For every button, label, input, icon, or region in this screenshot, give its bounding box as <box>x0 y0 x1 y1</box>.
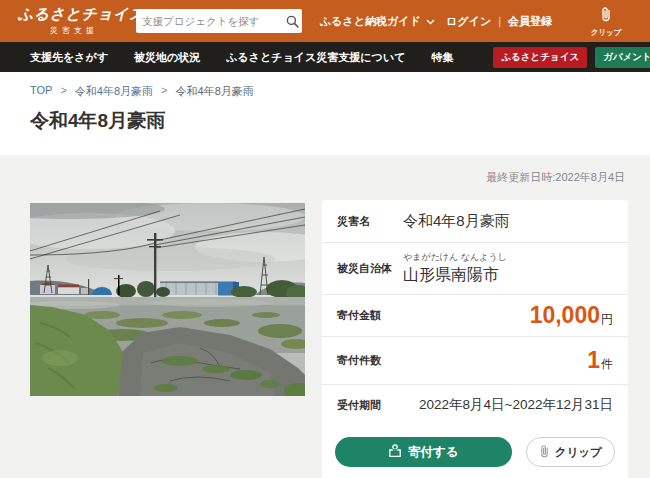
furusato-guide-link[interactable]: ふるさと納税ガイド <box>320 0 435 42</box>
donation-count-unit: 件 <box>601 357 613 371</box>
disaster-name-value: 令和4年8月豪雨 <box>403 212 510 231</box>
breadcrumb-separator: > <box>60 84 66 99</box>
search-box <box>136 9 302 33</box>
logo-title: ふるさとチョイス <box>18 5 130 24</box>
nav-item-disaster-status[interactable]: 被災地の状況 <box>134 50 200 65</box>
main-content: 最終更新日時:2022年8月4日 <box>0 155 650 478</box>
header-clip-label: クリップ <box>587 28 625 38</box>
donation-amount-value: 10,000 <box>530 302 600 328</box>
donation-amount-label: 寄付金額 <box>337 308 403 323</box>
row-donation-amount: 寄付金額 10,000円 <box>322 295 628 337</box>
donation-amount-unit: 円 <box>601 312 613 326</box>
municipality-label: 被災自治体 <box>337 261 403 276</box>
nav-item-about[interactable]: ふるさとチョイス災害支援について <box>226 50 405 65</box>
chevron-down-icon <box>426 15 435 27</box>
gcf-badge[interactable]: ガバメントクラウドファンディング® <box>595 47 650 68</box>
row-municipality: 被災自治体 やまがたけん なんようし 山形県南陽市 <box>322 243 628 295</box>
register-link[interactable]: 会員登録 <box>508 14 552 29</box>
disaster-info-card: 災害名 令和4年8月豪雨 被災自治体 やまがたけん なんようし 山形県南陽市 寄… <box>322 200 628 478</box>
nav-item-find-support[interactable]: 支援先をさがす <box>30 50 108 65</box>
row-donation-count: 寄付件数 1件 <box>322 337 628 385</box>
donate-button-label: 寄付する <box>408 444 459 461</box>
breadcrumb: TOP > 令和4年8月豪雨 > 令和4年8月豪雨 <box>30 84 254 99</box>
paperclip-icon <box>539 444 550 461</box>
municipality-value-group: やまがたけん なんようし 山形県南陽市 <box>403 251 507 286</box>
guide-link-label: ふるさと納税ガイド <box>320 14 421 29</box>
furusato-choice-badge[interactable]: ふるさとチョイス <box>493 47 587 68</box>
paperclip-icon <box>600 9 612 26</box>
nav-item-feature[interactable]: 特集 <box>431 50 453 65</box>
last-updated: 最終更新日時:2022年8月4日 <box>486 170 625 185</box>
clip-button-label: クリップ <box>555 445 602 460</box>
login-link[interactable]: ログイン <box>446 14 491 29</box>
donation-amount-value-group: 10,000円 <box>403 302 613 329</box>
auth-divider: | <box>498 15 501 27</box>
donation-count-label: 寄付件数 <box>337 353 403 368</box>
row-disaster-name: 災害名 令和4年8月豪雨 <box>322 200 628 243</box>
donation-count-value: 1 <box>587 347 600 373</box>
logo-subtitle: 災害支援 <box>18 25 130 36</box>
clip-button[interactable]: クリップ <box>526 437 615 467</box>
row-acceptance-period: 受付期間 2022年8月4日~2022年12月31日 <box>322 385 628 425</box>
site-header: ふるさとチョイス 災害支援 ふるさと納税ガイド ログイン | 会員登録 クリップ <box>0 0 650 42</box>
card-actions: 寄付する クリップ <box>322 437 628 467</box>
breadcrumb-current: 令和4年8月豪雨 <box>176 84 254 99</box>
municipality-value: 山形県南陽市 <box>403 265 507 286</box>
donation-box-icon <box>388 444 402 461</box>
disaster-photo <box>30 203 305 396</box>
breadcrumb-home[interactable]: TOP <box>30 84 52 99</box>
acceptance-period-label: 受付期間 <box>337 398 403 413</box>
title-section: TOP > 令和4年8月豪雨 > 令和4年8月豪雨 令和4年8月豪雨 <box>0 72 650 155</box>
page-title: 令和4年8月豪雨 <box>30 108 165 134</box>
donate-button[interactable]: 寄付する <box>335 437 512 467</box>
donation-count-value-group: 1件 <box>403 347 613 374</box>
search-icon[interactable] <box>283 15 302 28</box>
flood-scene-illustration <box>30 203 305 396</box>
breadcrumb-separator: > <box>161 84 167 99</box>
site-logo[interactable]: ふるさとチョイス 災害支援 <box>18 5 130 36</box>
search-input[interactable] <box>136 15 283 27</box>
municipality-furigana: やまがたけん なんようし <box>403 251 507 264</box>
acceptance-period-value: 2022年8月4日~2022年12月31日 <box>403 396 613 414</box>
sub-navigation: 支援先をさがす 被災地の状況 ふるさとチョイス災害支援について 特集 ふるさとチ… <box>0 42 650 72</box>
breadcrumb-section[interactable]: 令和4年8月豪雨 <box>75 84 153 99</box>
disaster-name-label: 災害名 <box>337 214 403 229</box>
auth-links: ログイン | 会員登録 <box>446 0 552 42</box>
header-clip-button[interactable]: クリップ <box>587 6 625 38</box>
